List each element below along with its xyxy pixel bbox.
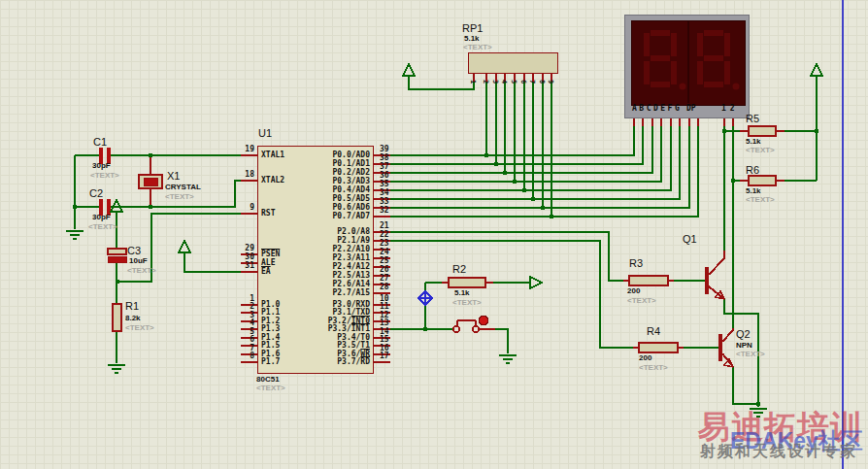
power-terminal-rp1[interactable] bbox=[403, 64, 415, 78]
u1-pin-name: P0.5/AD5 bbox=[297, 195, 370, 203]
r2-text: <TEXT> bbox=[452, 299, 482, 307]
r1-value: 8.2k bbox=[125, 315, 141, 322]
r3-value: 200 bbox=[627, 287, 640, 295]
resistor-r3[interactable] bbox=[629, 276, 668, 285]
u1-pin-number: 2 bbox=[237, 303, 254, 311]
display-digits bbox=[632, 21, 745, 105]
u1-pin-name: RST bbox=[261, 210, 275, 218]
r4-ref: R4 bbox=[647, 326, 660, 337]
c3-text: <TEXT> bbox=[127, 267, 156, 275]
crystal-x1[interactable] bbox=[139, 175, 162, 188]
u1-pin-name: ALE bbox=[261, 259, 275, 267]
origin-marker bbox=[418, 291, 432, 305]
u1-pin-number: 39 bbox=[380, 146, 389, 153]
u1-pin-number: 9 bbox=[237, 204, 254, 212]
junction-dot bbox=[494, 162, 498, 166]
resistor-r2[interactable] bbox=[449, 278, 485, 287]
u1-pin-number: 26 bbox=[380, 266, 389, 274]
watermark-tagline: 射频和天线设计专家 bbox=[700, 444, 857, 459]
u1-pin-name: P2.4/A12 bbox=[297, 263, 370, 271]
r6-text: <TEXT> bbox=[746, 196, 775, 204]
r6-ref: R6 bbox=[746, 165, 759, 176]
wire bbox=[390, 126, 643, 164]
resistor-r5[interactable] bbox=[749, 126, 776, 136]
rp1-pin-number: 5 bbox=[510, 80, 517, 84]
u1-pin-name: P3.1/TXD bbox=[297, 309, 370, 317]
u1-pin-number: 37 bbox=[380, 163, 389, 171]
u1-pin-number: 6 bbox=[237, 336, 254, 344]
c3-ref: C3 bbox=[127, 246, 141, 256]
rp1-pin-number: 6 bbox=[519, 80, 527, 84]
r5-value: 5.1k bbox=[746, 138, 761, 146]
u1-pin-name: P1.7 bbox=[261, 358, 280, 366]
resistor-pack-rp1[interactable] bbox=[468, 52, 558, 74]
junction-dot bbox=[541, 206, 545, 210]
q1-ref: Q1 bbox=[683, 234, 697, 245]
u1-pin-name: P1.3 bbox=[261, 325, 280, 333]
ground-r1[interactable] bbox=[108, 365, 125, 373]
resistor-r1[interactable] bbox=[113, 304, 121, 331]
ground-button[interactable] bbox=[499, 355, 517, 363]
power-terminal-r2[interactable] bbox=[530, 277, 542, 288]
u1-pin-number: 25 bbox=[380, 257, 389, 265]
u1-pin-name: P2.2/A10 bbox=[297, 246, 370, 253]
wire-group bbox=[75, 76, 817, 407]
rp1-pin-number: 9 bbox=[547, 80, 554, 84]
resistor-r6[interactable] bbox=[749, 176, 776, 185]
seven-segment-display[interactable] bbox=[624, 15, 750, 118]
button-actuator-dot[interactable] bbox=[480, 317, 488, 325]
wire bbox=[390, 126, 634, 155]
u1-pin-number: 15 bbox=[380, 336, 389, 344]
c2-ref: C2 bbox=[89, 188, 103, 199]
rp1-pin-number: 3 bbox=[491, 80, 499, 84]
u1-pin-number: 13 bbox=[380, 319, 389, 327]
u1-pin-name: EA bbox=[261, 268, 271, 276]
power-terminal-display[interactable] bbox=[811, 64, 822, 76]
junction-dot bbox=[503, 171, 507, 175]
r1-ref: R1 bbox=[125, 301, 139, 312]
display-screen bbox=[631, 20, 746, 106]
rp1-ref: RP1 bbox=[462, 23, 483, 34]
capacitor-c3[interactable] bbox=[108, 249, 126, 262]
r2-ref: R2 bbox=[452, 264, 466, 275]
r6-value: 5.1k bbox=[746, 187, 761, 195]
u1-pin-name: P3.7/RD bbox=[297, 358, 370, 366]
q2-ref: Q2 bbox=[736, 329, 751, 340]
u1-pin-name: P3.5/T1 bbox=[297, 342, 370, 350]
u1-pin-name: P1.1 bbox=[261, 309, 280, 317]
c2-text: <TEXT> bbox=[88, 223, 117, 231]
ground-left[interactable] bbox=[66, 231, 83, 239]
c2-value: 30pF bbox=[92, 214, 111, 221]
x1-ref: X1 bbox=[167, 171, 180, 182]
u1-pin-name: P3.3/INT1 bbox=[297, 325, 370, 333]
display-digit-select-labels: 12 bbox=[721, 105, 739, 113]
u1-ref: U1 bbox=[258, 128, 272, 139]
u1-pin-name: P0.0/AD0 bbox=[297, 151, 370, 159]
resistor-r4[interactable] bbox=[639, 343, 678, 352]
u1-pin-number: 30 bbox=[237, 253, 254, 261]
u1-pin-number: 28 bbox=[380, 284, 389, 291]
r3-text: <TEXT> bbox=[627, 297, 656, 305]
u1-pin-name: XTAL2 bbox=[261, 177, 284, 184]
u1-pin-number: 29 bbox=[237, 245, 254, 252]
u1-pin-number: 32 bbox=[380, 207, 389, 215]
power-terminal-ea[interactable] bbox=[179, 241, 190, 254]
r5-text: <TEXT> bbox=[746, 147, 775, 154]
u1-pin-name: P2.1/A9 bbox=[297, 237, 370, 245]
r2-value: 5.1k bbox=[454, 289, 470, 297]
x1-text: <TEXT> bbox=[165, 193, 194, 201]
u1-pin-number: 23 bbox=[380, 240, 389, 248]
display-dp-label: DP bbox=[686, 105, 696, 113]
q2-text: <TEXT> bbox=[736, 351, 765, 358]
u1-pin-name: P0.6/AD6 bbox=[297, 204, 370, 212]
r5-ref: R5 bbox=[746, 114, 759, 124]
rp1-pin-number: 2 bbox=[482, 80, 489, 84]
u1-pin-number: 11 bbox=[380, 303, 389, 311]
c1-value: 30pF bbox=[92, 162, 111, 170]
junction-dot bbox=[531, 197, 535, 201]
transistor-q1[interactable] bbox=[705, 267, 724, 299]
u1-pin-name: P2.3/A11 bbox=[297, 254, 370, 262]
display-segment-labels: ABCDEFG bbox=[632, 105, 682, 113]
junction-dot bbox=[484, 153, 488, 157]
u1-pin-number: 34 bbox=[380, 189, 389, 197]
